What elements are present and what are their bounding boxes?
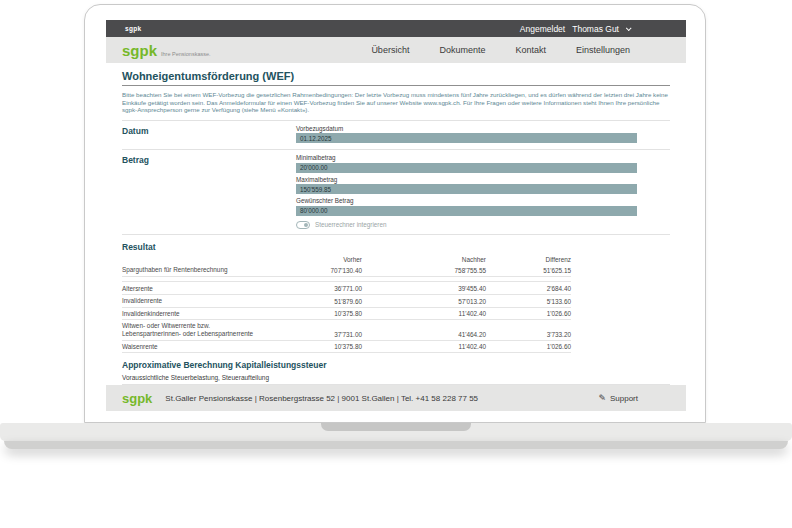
brand-logo[interactable]: sgpk Ihre Pensionskasse. (122, 42, 211, 59)
topbar-brand: sgpk (125, 25, 141, 32)
minimalbetrag-input[interactable]: 20'000.00 (296, 163, 637, 173)
steuerrechner-toggle[interactable] (296, 221, 310, 229)
table-row: Altersrente 36'771.00 39'455.40 2'684.40 (122, 283, 571, 296)
steuer-heading: Approximative Berechnung Kapitalleistung… (122, 360, 670, 370)
divider (122, 234, 670, 235)
footer-sgpk-logo: sgpk (122, 391, 152, 406)
table-gap (122, 277, 571, 282)
support-link[interactable]: ✎ Support (598, 393, 638, 403)
page-title: Wohneigentumsförderung (WEF) (122, 68, 670, 82)
laptop-notch (321, 423, 471, 431)
nav-einstellungen[interactable]: Einstellungen (576, 45, 630, 55)
pencil-icon: ✎ (598, 393, 606, 403)
browser-page: sgpk Angemeldet Thomas Gut sgpk Ihre Pen… (106, 20, 686, 411)
table-row: Witwen- oder Witwerrente bzw. Lebenspart… (122, 320, 571, 341)
steuerrechner-toggle-label: Steuerrechner integrieren (315, 221, 386, 228)
maximalbetrag-input[interactable]: 150'559.85 (296, 184, 637, 194)
betrag-row: Betrag Minimalbetrag 20'000.00 Maximalbe… (122, 150, 670, 234)
title-divider (122, 85, 670, 86)
datum-row: Datum Vorbezugsdatum 01.12.2025 (122, 121, 670, 150)
site-footer: sgpk St.Galler Pensionskasse | Rosenberg… (106, 385, 686, 411)
vorbezugsdatum-label: Vorbezugsdatum (296, 125, 637, 132)
table-row: Invalidenkinderrente 10'375.80 11'402.40… (122, 308, 571, 321)
support-label: Support (610, 394, 638, 403)
intro-text: Bitte beachten Sie bei einem WEF-Vorbezu… (122, 91, 670, 114)
resultat-table: Vorher Nachher Differenz Sparguthaben fü… (122, 252, 571, 354)
nav-dokumente[interactable]: Dokumente (439, 45, 485, 55)
steuerrechner-toggle-row: Steuerrechner integrieren (296, 221, 637, 229)
gewuenschter-betrag-label: Gewünschter Betrag (296, 197, 637, 204)
toggle-knob-icon (304, 223, 308, 227)
main-nav: Übersicht Dokumente Kontakt Einstellunge… (371, 45, 630, 55)
table-row: Sparguthaben für Rentenberechnung 707'13… (122, 264, 571, 277)
chevron-down-icon (626, 25, 632, 31)
steuer-subheading: Voraussichtliche Steuerbelastung, Steuer… (122, 374, 670, 385)
nav-kontakt[interactable]: Kontakt (515, 45, 546, 55)
datum-section-label: Datum (122, 125, 296, 147)
sgpk-logo: sgpk (122, 42, 157, 59)
gewuenschter-betrag-input[interactable]: 80'000.00 (296, 206, 637, 216)
main-content: Wohneigentumsförderung (WEF) Bitte beach… (106, 63, 686, 385)
resultat-header-row: Vorher Nachher Differenz (122, 252, 571, 265)
nav-uebersicht[interactable]: Übersicht (371, 45, 409, 55)
maximalbetrag-label: Maximalbetrag (296, 176, 637, 183)
col-nachher: Nachher (362, 256, 486, 263)
top-account-bar: sgpk Angemeldet Thomas Gut (106, 20, 686, 37)
user-name: Thomas Gut (572, 24, 619, 34)
table-row: Waisenrente 10'375.80 11'402.40 1'026.60 (122, 341, 571, 354)
col-differenz: Differenz (486, 256, 571, 263)
logged-in-label: Angemeldet (520, 24, 565, 34)
laptop-mockup: sgpk Angemeldet Thomas Gut sgpk Ihre Pen… (0, 0, 792, 528)
minimalbetrag-label: Minimalbetrag (296, 154, 637, 161)
laptop-base-bottom (4, 441, 788, 449)
vorbezugsdatum-input[interactable]: 01.12.2025 (296, 133, 637, 143)
footer-address: St.Galler Pensionskasse | Rosenbergstras… (165, 394, 478, 403)
laptop-screen: sgpk Angemeldet Thomas Gut sgpk Ihre Pen… (84, 4, 706, 423)
resultat-heading: Resultat (122, 242, 670, 252)
site-header: sgpk Ihre Pensionskasse. Übersicht Dokum… (106, 37, 686, 63)
table-row: Invalidenrente 51'879.60 57'013.20 5'133… (122, 295, 571, 308)
user-menu[interactable]: Angemeldet Thomas Gut (520, 24, 630, 34)
betrag-section-label: Betrag (122, 154, 296, 231)
col-vorher: Vorher (302, 256, 362, 263)
brand-tagline: Ihre Pensionskasse. (161, 51, 211, 57)
